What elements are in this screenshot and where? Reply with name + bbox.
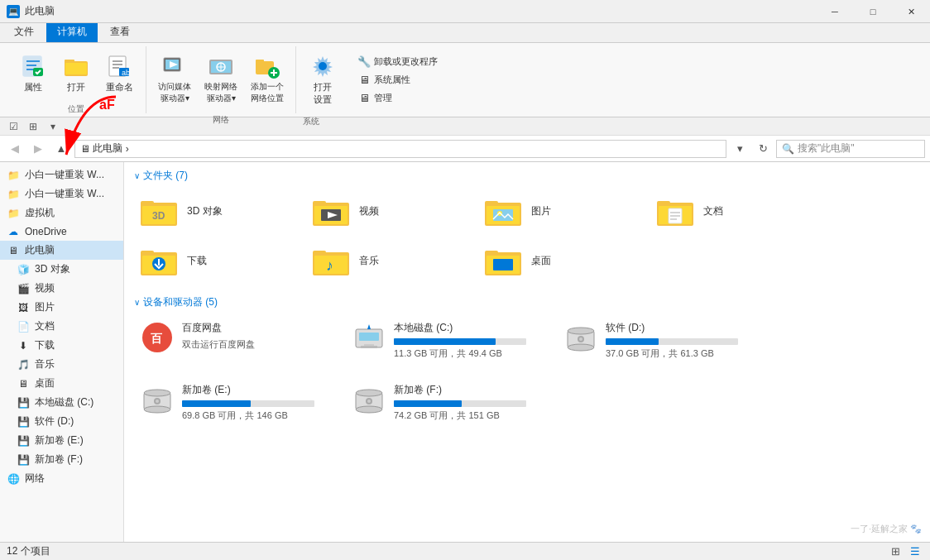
address-path[interactable]: 🖥 此电脑 ›	[74, 140, 726, 158]
sidebar-icon-thispc: 🖥	[7, 244, 20, 257]
drive-grid: 百 百度网盘 双击运行百度网盘	[134, 316, 920, 427]
ribbon-btn-properties[interactable]: 属性	[13, 50, 53, 97]
ribbon-btn-settings[interactable]: 打开设置	[303, 50, 343, 109]
sidebar-label-download: 下载	[35, 338, 55, 352]
folder-item-desktop[interactable]: 桌面	[478, 239, 644, 282]
settings-icon	[309, 53, 336, 79]
svg-marker-67	[367, 324, 371, 329]
folder-label-doc: 文档	[703, 204, 723, 218]
svg-point-69	[568, 328, 594, 334]
ribbon: 属性 打开	[0, 43, 930, 117]
sidebar-item-picture[interactable]: 🖼 图片	[0, 298, 123, 317]
sidebar-item-2[interactable]: 📁 虚拟机	[0, 203, 123, 223]
nav-refresh-button[interactable]: ↻	[753, 139, 773, 159]
drive-item-f[interactable]: 新加卷 (F:) 74.2 GB 可用，共 151 GB	[346, 378, 544, 427]
nav-forward-button[interactable]: ▶	[28, 139, 48, 159]
sidebar-item-download[interactable]: ⬇ 下载	[0, 336, 123, 355]
drive-info-f: 新加卷 (F:) 74.2 GB 可用，共 151 GB	[394, 383, 538, 422]
maximize-button[interactable]: □	[854, 0, 892, 23]
ribbon-btn-sysinfo[interactable]: 🖥 系统属性	[352, 71, 443, 88]
ribbon-group-label-position: 位置	[68, 100, 84, 115]
drive-icon-f	[352, 383, 386, 416]
sidebar-item-3d[interactable]: 🧊 3D 对象	[0, 260, 123, 279]
drive-info-baidu: 百度网盘 双击运行百度网盘	[182, 321, 326, 351]
sidebar-item-music[interactable]: 🎵 音乐	[0, 355, 123, 374]
sidebar-item-edrive[interactable]: 💾 新加卷 (E:)	[0, 431, 123, 450]
tab-file[interactable]: 文件	[3, 21, 45, 42]
drive-sublabel-baidu: 双击运行百度网盘	[182, 338, 326, 351]
status-bar: 12 个项目 ⊞ ☰	[0, 542, 930, 560]
ribbon-btn-manage[interactable]: 🖥 管理	[352, 89, 443, 106]
sidebar-item-thispc[interactable]: 🖥 此电脑	[0, 241, 123, 260]
sidebar-icon-cdrive: 💾	[17, 396, 30, 409]
drive-icon-c	[352, 321, 386, 354]
search-icon: 🔍	[782, 143, 794, 155]
svg-point-70	[568, 344, 594, 351]
sidebar-item-0[interactable]: 📁 小白一键重装 W...	[0, 165, 123, 184]
sidebar-item-1[interactable]: 📁 小白一键重装 W...	[0, 184, 123, 203]
sidebar-item-ddrive[interactable]: 💾 软件 (D:)	[0, 412, 123, 431]
qa-dropdown[interactable]: ▾	[45, 118, 61, 135]
ribbon-btn-settings-label: 打开设置	[314, 81, 332, 106]
sidebar-item-desktop[interactable]: 🖥 桌面	[0, 374, 123, 393]
sidebar-item-onedrive[interactable]: ☁ OneDrive	[0, 223, 123, 241]
folder-item-download[interactable]: 下载	[134, 239, 300, 282]
sidebar-item-cdrive[interactable]: 💾 本地磁盘 (C:)	[0, 393, 123, 412]
drive-item-e[interactable]: 新加卷 (E:) 69.8 GB 可用，共 146 GB	[134, 378, 333, 427]
devices-section-header[interactable]: ∨ 设备和驱动器 (5)	[134, 295, 920, 309]
drive-name-e: 新加卷 (E:)	[182, 383, 326, 397]
ribbon-btn-map-drive[interactable]: 映射网络驱动器▾	[199, 50, 242, 108]
view-btn-list[interactable]: ☰	[907, 543, 923, 560]
folder-item-music[interactable]: ♪ 音乐	[306, 239, 472, 282]
tab-view[interactable]: 查看	[99, 21, 141, 42]
minimize-button[interactable]: ─	[816, 0, 854, 23]
folder-item-3d[interactable]: 3D 3D 对象	[134, 189, 300, 232]
tab-computer[interactable]: 计算机	[46, 21, 98, 42]
drive-item-baidu[interactable]: 百 百度网盘 双击运行百度网盘	[134, 316, 333, 365]
search-box[interactable]: 🔍 搜索"此电脑"	[776, 140, 925, 158]
folder-label-3d: 3D 对象	[187, 204, 223, 218]
sidebar-icon-2: 📁	[7, 207, 20, 220]
drive-bar-fill-c	[394, 338, 496, 345]
sidebar-icon-download: ⬇	[17, 339, 30, 352]
ribbon-group-label-system: 系统	[303, 112, 319, 127]
sidebar-icon-onedrive: ☁	[7, 225, 20, 238]
drive-size-d: 37.0 GB 可用，共 61.3 GB	[606, 347, 750, 360]
address-text-computer: 此电脑	[93, 141, 122, 156]
title-icon: 💻	[7, 5, 20, 18]
qa-grid[interactable]: ⊞	[25, 118, 41, 135]
sidebar-item-network[interactable]: 🌐 网络	[0, 469, 123, 488]
qa-checkmark[interactable]: ☑	[5, 118, 22, 135]
sidebar-label-onedrive: OneDrive	[25, 226, 67, 237]
nav-expand-button[interactable]: ▾	[730, 139, 750, 159]
ribbon-btn-add-network[interactable]: 添加一个网络位置	[246, 50, 289, 108]
folder-item-doc[interactable]: 文档	[650, 189, 816, 232]
folder-item-picture[interactable]: 图片	[478, 189, 644, 232]
drive-item-d[interactable]: 软件 (D:) 37.0 GB 可用，共 61.3 GB	[558, 316, 756, 365]
nav-back-button[interactable]: ◀	[5, 139, 25, 159]
folders-section-header[interactable]: ∨ 文件夹 (7)	[134, 169, 920, 183]
drive-icon-e	[141, 383, 174, 416]
ribbon-btn-rename[interactable]: ab 重命名	[99, 50, 139, 97]
folder-item-video[interactable]: 视频	[306, 189, 472, 232]
folder-icon-doc	[657, 194, 697, 227]
ribbon-btn-media[interactable]: 访问媒体驱动器▾	[153, 50, 196, 108]
ribbon-btn-open[interactable]: 打开	[56, 50, 96, 97]
ribbon-btn-uninstall[interactable]: 🔧 卸载或更改程序	[352, 53, 443, 69]
sidebar-item-video[interactable]: 🎬 视频	[0, 279, 123, 298]
view-btn-grid[interactable]: ⊞	[887, 543, 904, 560]
drive-bar-fill-d	[606, 338, 659, 345]
folder-label-music: 音乐	[359, 254, 379, 268]
ribbon-group-items-position: 属性 打开	[13, 46, 139, 100]
search-placeholder: 搜索"此电脑"	[798, 141, 855, 156]
drive-size-f: 74.2 GB 可用，共 151 GB	[394, 409, 538, 422]
nav-up-button[interactable]: ▲	[51, 139, 71, 159]
sidebar-item-fdrive[interactable]: 💾 新加卷 (F:)	[0, 450, 123, 469]
drive-bar-container-c	[394, 338, 526, 345]
sidebar-icon-network: 🌐	[7, 472, 20, 486]
sidebar-icon-desktop: 🖥	[17, 377, 30, 390]
sidebar-item-doc[interactable]: 📄 文档	[0, 317, 123, 336]
close-button[interactable]: ✕	[892, 0, 930, 23]
drive-item-c[interactable]: 本地磁盘 (C:) 11.3 GB 可用，共 49.4 GB	[346, 316, 544, 365]
ribbon-btn-properties-label: 属性	[24, 81, 42, 93]
